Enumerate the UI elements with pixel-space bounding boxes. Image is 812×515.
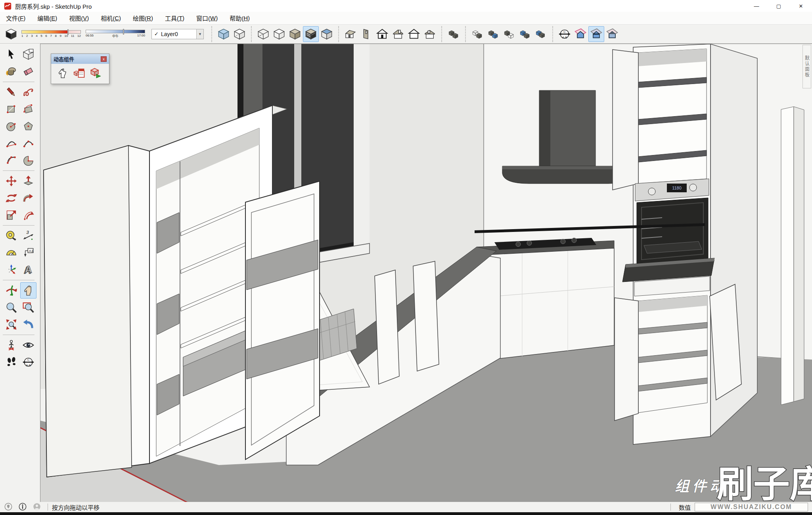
protractor-tool[interactable] [3,245,19,261]
solid-subtract-button[interactable] [501,26,517,42]
rotate-tool[interactable] [3,190,19,206]
previous-tool[interactable] [20,316,36,333]
solid-outer-shell-button[interactable] [446,26,462,42]
circle-tool[interactable] [3,118,19,134]
menu-item-7[interactable]: 窗口(W) [190,12,224,25]
signin-avatar-icon[interactable] [33,502,42,512]
svg-text:C: C [563,30,566,33]
panel-title-bar[interactable]: 动态组件 x [51,54,109,64]
zoom-window-tool[interactable] [20,299,36,316]
sidebar-separator [3,224,37,227]
menu-item-6[interactable]: 工具(T) [159,12,190,25]
solid-trim-button[interactable] [517,26,533,42]
line-tool[interactable] [3,84,19,100]
solid-union-button[interactable] [485,26,501,42]
shadow-date-slider[interactable]: 123456789101112 [21,30,81,38]
shadow-dialog-button[interactable] [3,26,19,42]
select-tool[interactable] [3,46,19,63]
zoom-tool[interactable] [3,299,19,316]
offset-tool[interactable] [20,207,36,223]
view-iso-button[interactable] [343,26,358,42]
make-component-tool[interactable] [20,46,36,63]
pan-tool[interactable] [20,282,36,299]
layer-dropdown[interactable]: ✓Layer0▼ [151,29,204,39]
menu-item-2[interactable]: 编辑(E) [31,12,63,25]
tape-measure-tool[interactable] [3,228,19,244]
toolbar-separator [211,26,212,42]
three-point-arc-tool[interactable] [3,152,19,168]
view-top-button[interactable] [358,26,374,42]
style-shaded-textures-button[interactable] [303,26,319,42]
sidebar-separator [3,169,37,172]
close-button[interactable]: ✕ [790,0,812,12]
svg-text:A: A [25,264,32,275]
pie-tool[interactable] [20,152,36,168]
display-section-planes-button[interactable] [573,26,588,42]
menu-item-4[interactable]: 相机(C) [95,12,127,25]
toolbar-separator [441,26,442,42]
minimize-button[interactable]: — [745,0,768,12]
solid-intersect-button[interactable] [469,26,485,42]
title-bar: 厨房系列.skp - SketchUp Pro — ▢ ✕ [0,0,812,12]
two-point-arc-tool[interactable] [20,135,36,151]
upper-cabinet [613,49,707,190]
3d-viewport[interactable]: 1180 [40,44,812,502]
menu-item-5[interactable]: 绘图(R) [127,12,159,25]
menu-item-1[interactable]: 文件(F) [0,12,31,25]
kitchen-scene: 1180 [40,44,812,502]
default-tray-tab[interactable]: 默认面板 [802,45,811,88]
dimension-tool[interactable]: 3 [20,228,36,244]
pantry-left-door [44,146,149,477]
menu-item-3[interactable]: 视图(V) [63,12,95,25]
rotated-rectangle-tool[interactable] [20,101,36,117]
display-section-fill-button[interactable] [604,26,620,42]
position-camera-tool[interactable] [3,337,19,353]
menu-bar: 文件(F)编辑(E)视图(V)相机(C)绘图(R)工具(T)窗口(W)帮助(H) [0,12,812,25]
panel-close-icon[interactable]: x [101,56,107,62]
tool-sidebar: 3A1AACA-B [0,44,40,502]
zoom-extents-tool[interactable] [3,316,19,333]
axes-tool[interactable] [3,262,19,278]
interact-tool-button[interactable] [56,67,69,80]
component-options-button[interactable] [89,67,103,80]
solid-split-button[interactable] [533,26,549,42]
view-back-button[interactable] [406,26,422,42]
style-wireframe-button[interactable] [255,26,271,42]
three-d-text-tool[interactable]: AA [20,262,36,278]
move-tool[interactable] [3,173,19,189]
section-plane-tool[interactable]: CA-B [20,354,36,370]
style-monochrome-button[interactable] [319,26,335,42]
display-section-cuts-button[interactable] [588,26,604,42]
style-back-edges-button[interactable] [232,26,247,42]
eraser-tool[interactable] [20,63,36,80]
style-shaded-button[interactable] [287,26,303,42]
walk-tool[interactable] [3,354,19,370]
style-xray-button[interactable] [216,26,232,42]
polygon-tool[interactable] [20,118,36,134]
shadow-time-slider[interactable]: 06:55中午17:00 [86,30,145,38]
measurements-input[interactable]: WWW.SHUAZIKU.COM [695,503,808,511]
paint-bucket-tool[interactable] [3,63,19,80]
arc-tool[interactable] [3,135,19,151]
view-front-button[interactable] [374,26,390,42]
style-hidden-line-button[interactable] [271,26,287,42]
push-pull-tool[interactable] [20,173,36,189]
component-attributes-button[interactable] [73,67,86,80]
rectangle-tool[interactable] [3,101,19,117]
section-plane-tool-button[interactable]: CA-B [557,26,573,42]
sidebar-separator [3,80,37,84]
model-location-icon[interactable] [4,502,13,512]
follow-me-tool[interactable] [20,190,36,206]
view-right-button[interactable] [390,26,406,42]
look-around-tool[interactable] [20,337,36,353]
maximize-button[interactable]: ▢ [768,0,790,12]
view-left-button[interactable] [422,26,438,42]
text-tool[interactable]: A1 [20,245,36,261]
main-toolbar: 12345678910111206:55中午17:00✓Layer0▼CA-B [0,25,812,44]
freehand-tool[interactable] [20,84,36,100]
orbit-tool[interactable] [3,282,19,299]
credit-attribution-icon[interactable] [18,502,28,512]
oven-display: 1180 [672,186,682,190]
scale-tool[interactable] [3,207,19,223]
menu-item-8[interactable]: 帮助(H) [224,12,256,25]
